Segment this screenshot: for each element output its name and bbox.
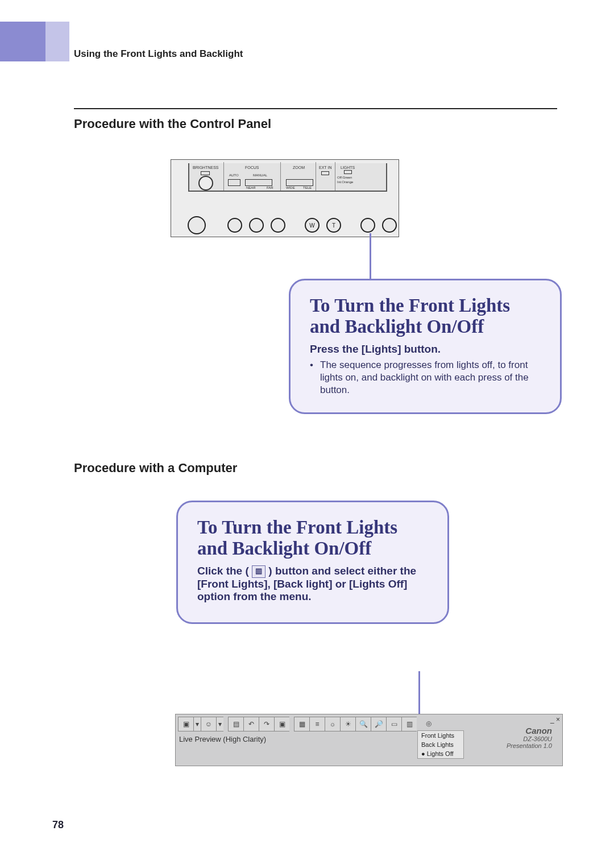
software-status-text: Live Preview (High Clarity)	[179, 735, 266, 743]
label-focus: FOCUS	[245, 166, 259, 170]
procedure-heading-computer: Procedure with a Computer	[74, 461, 237, 476]
menu-item-back-lights[interactable]: Back Lights	[418, 740, 463, 749]
label-lights-note1: Off:Green	[337, 176, 352, 179]
manual-focus-rocker	[245, 179, 272, 186]
tb-btn-zoom-out-icon[interactable]: 🔍	[355, 717, 371, 731]
app-name: Presentation 1.0	[507, 742, 552, 749]
label-zoom: ZOOM	[293, 166, 305, 170]
tb-btn-rotate-right-icon[interactable]: ↷	[259, 717, 274, 731]
menu-item-lights-off[interactable]: Lights Off	[418, 749, 463, 758]
page-tab-light	[45, 22, 69, 61]
label-ext-in: EXT IN	[319, 166, 331, 170]
panel-btn-3	[249, 218, 264, 233]
label-brightness: BRIGHTNESS	[193, 166, 219, 170]
panel-btn-1	[188, 216, 206, 234]
tb-btn-capture-icon[interactable]: ▤	[228, 717, 243, 731]
tb-btn-zoom-in-icon[interactable]: 🔎	[371, 717, 386, 731]
brightness-indicator	[201, 171, 210, 175]
callout-title: To Turn the Front Lights and Backlight O…	[197, 517, 428, 559]
brand-name: Canon	[507, 726, 552, 735]
running-head: Using the Front Lights and Backlight	[74, 48, 243, 60]
software-toolbar: ▣ ▾ ☺ ▾ ▤ ↶ ↷ ▣ ▦ ≡ ☼ ☀ 🔍 🔎 ▭ ▥ ◎	[178, 717, 436, 731]
panel-btn-w: W	[305, 218, 320, 233]
panel-btn-ext	[360, 218, 375, 233]
panel-inner: BRIGHTNESS FOCUS AUTO MANUAL NEAR FAR ZO…	[188, 163, 387, 192]
panel-btn-lights	[382, 218, 397, 233]
callout-control-panel: To Turn the Front Lights and Backlight O…	[289, 279, 562, 414]
software-window: ▣ ▾ ☺ ▾ ▤ ↶ ↷ ▣ ▦ ≡ ☼ ☀ 🔍 🔎 ▭ ▥ ◎ Live P…	[175, 714, 563, 766]
callout-subhead: Click the ( ▥ ) button and select either…	[197, 565, 428, 603]
callout-computer: To Turn the Front Lights and Backlight O…	[176, 501, 449, 624]
auto-focus-button	[228, 179, 240, 186]
panel-button-row: W T	[188, 216, 397, 234]
lights-toolbar-icon: ▥	[252, 565, 265, 578]
tb-btn-save-icon[interactable]: ▣	[178, 717, 193, 731]
tb-btn-record-icon[interactable]: ◎	[421, 717, 436, 730]
tb-btn-fit-icon[interactable]: ▭	[386, 717, 401, 731]
page-number: 78	[52, 819, 64, 831]
label-auto: AUTO	[229, 173, 239, 177]
panel-btn-4	[271, 218, 285, 233]
minimize-icon[interactable]: _	[550, 716, 554, 724]
tb-btn-bright-minus-icon[interactable]: ☼	[325, 717, 340, 731]
page-tab-dark	[0, 22, 45, 61]
tb-btn-copy-icon[interactable]: ▣	[274, 717, 289, 731]
callout-leader-1	[370, 233, 371, 279]
label-lights: LIGHTS	[341, 166, 355, 170]
rule	[74, 108, 557, 109]
zoom-rocker	[286, 179, 313, 186]
label-far: FAR	[267, 186, 273, 189]
window-controls: _ ×	[550, 716, 560, 724]
label-manual: MANUAL	[253, 173, 267, 177]
panel-btn-t: T	[326, 218, 341, 233]
tb-btn-user-icon[interactable]: ☺	[201, 717, 216, 731]
tb-btn-grid-icon[interactable]: ▦	[294, 717, 309, 731]
label-wide: WIDE	[286, 186, 295, 189]
procedure-heading-control-panel: Procedure with the Control Panel	[74, 117, 271, 131]
model-name: DZ-3600U	[507, 735, 552, 742]
sub-pre: Click the (	[197, 565, 252, 577]
label-near: NEAR	[246, 186, 256, 189]
menu-item-front-lights[interactable]: Front Lights	[418, 731, 463, 740]
callout-bullet: The sequence progresses from lights off,…	[310, 359, 541, 396]
lights-dropdown-menu: Front Lights Back Lights Lights Off	[417, 730, 464, 759]
tb-btn-rotate-left-icon[interactable]: ↶	[243, 717, 259, 731]
callout-leader-2	[418, 671, 420, 717]
callout-title: To Turn the Front Lights and Backlight O…	[310, 295, 541, 337]
tb-btn-list-icon[interactable]: ≡	[309, 717, 325, 731]
panel-btn-2	[227, 218, 242, 233]
lights-indicator	[344, 170, 352, 174]
software-brand-block: Canon DZ-3600U Presentation 1.0	[507, 726, 552, 749]
tb-btn-bright-plus-icon[interactable]: ☀	[340, 717, 355, 731]
close-icon[interactable]: ×	[556, 716, 560, 724]
tb-btn-dropdown-icon[interactable]: ▾	[193, 717, 201, 731]
brightness-dial	[198, 176, 213, 191]
manual-page: Using the Front Lights and Backlight Pro…	[0, 0, 614, 868]
label-lights-note2: Int:Orange	[337, 180, 353, 184]
callout-subhead: Press the [Lights] button.	[310, 343, 541, 356]
label-tele: TELE	[303, 186, 312, 189]
tb-btn-dropdown-icon[interactable]: ▾	[216, 717, 223, 731]
tb-btn-lights-icon[interactable]: ▥	[401, 717, 417, 731]
ext-in-indicator	[321, 171, 329, 175]
